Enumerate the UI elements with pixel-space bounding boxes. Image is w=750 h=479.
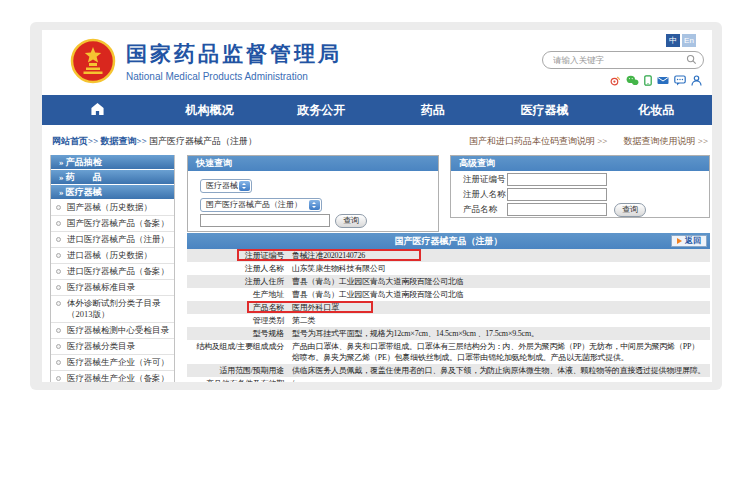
table-row-storage-validity: 产品储存条件及有效期 /	[187, 377, 710, 382]
radio-icon	[56, 237, 61, 242]
site-search	[542, 51, 704, 69]
mail-icon[interactable]	[657, 75, 669, 86]
data-query-help-link[interactable]: 数据查询使用说明 >>	[624, 136, 708, 146]
social-links	[609, 75, 702, 86]
detail-title-bar: 国产医疗器械产品（注册） 返回	[187, 233, 710, 249]
radio-icon	[56, 376, 61, 381]
lang-cn-button[interactable]: 中	[666, 34, 680, 47]
sidebar-item-imported-device-registered[interactable]: 进口医疗器械产品（注册）	[51, 232, 174, 248]
nav-item-drugs[interactable]: 药品	[377, 102, 489, 119]
sidebar-item-domestic-device-filed[interactable]: 国产医疗器械产品（备案）	[51, 216, 174, 232]
quick-keyword-input[interactable]	[200, 214, 330, 227]
quick-search-title: 快速查询	[188, 156, 438, 171]
table-row-structure-composition: 结构及组成/主要组成成分 产品由口罩体、鼻夹和口罩带组成。口罩体有三层结构分为：…	[187, 340, 710, 364]
radio-icon	[56, 285, 61, 290]
sidebar: 产品抽检 药 品 医疗器械 国产医疗器械产品（注册） 国产器械（历史数据） 国产…	[50, 155, 175, 382]
breadcrumb-bar: 网站首页>> 数据查询>> 国产医疗器械产品（注册） 国产和进口药品本位码查询说…	[42, 125, 712, 155]
site-logo-text: 国家药品监督管理局 National Medical Products Admi…	[126, 40, 342, 82]
screenshot-panel: 国家药品监督管理局 National Medical Products Admi…	[30, 22, 722, 390]
nav-item-gov-affairs[interactable]: 政务公开	[265, 102, 377, 119]
lang-en-button[interactable]: En	[682, 34, 696, 47]
breadcrumb-data-query[interactable]: 数据查询>>	[101, 136, 147, 146]
advanced-search-button[interactable]: 查询	[614, 203, 646, 217]
detail-panel: 国产医疗器械产品（注册） 返回 注册证编号 鲁械注准20202140726 注册…	[187, 233, 710, 382]
sidebar-section-drugs[interactable]: 药 品	[51, 170, 174, 185]
detail-title: 国产医疗器械产品（注册）	[395, 236, 503, 246]
sidebar-item-ivd-classification-catalog[interactable]: 体外诊断试剂分类子目录（2013版）	[51, 296, 174, 323]
radio-icon	[56, 360, 61, 365]
breadcrumb-current: 国产医疗器械产品（注册）	[149, 136, 257, 146]
search-icon[interactable]	[686, 51, 697, 69]
sidebar-item-device-standards-catalog[interactable]: 医疗器械标准目录	[51, 280, 174, 296]
site-header: 国家药品监督管理局 National Medical Products Admi…	[42, 30, 712, 95]
product-name-input[interactable]	[507, 203, 607, 216]
radio-icon	[56, 253, 61, 258]
radio-icon	[56, 301, 61, 306]
product-name-label: 产品名称	[463, 204, 497, 216]
nav-item-cosmetics[interactable]: 化妆品	[600, 102, 712, 119]
nav-item-organization[interactable]: 机构概况	[154, 102, 266, 119]
breadcrumb-home[interactable]: 网站首页>>	[52, 136, 98, 146]
main-nav: 机构概况 政务公开 药品 医疗器械 化妆品	[42, 95, 712, 125]
sidebar-item-imported-device-filed[interactable]: 进口医疗器械产品（备案）	[51, 264, 174, 280]
advanced-search-panel: 高级查询 注册证编号 注册人名称 产品名称 查询	[450, 155, 710, 218]
weibo-icon[interactable]	[609, 75, 621, 86]
sidebar-item-domestic-device-history[interactable]: 国产器械（历史数据）	[51, 200, 174, 216]
nav-home[interactable]	[42, 102, 154, 119]
home-icon	[90, 102, 105, 119]
breadcrumb: 网站首页>> 数据查询>> 国产医疗器械产品（注册）	[52, 135, 257, 148]
nav-item-medical-devices[interactable]: 医疗器械	[489, 102, 601, 119]
table-row-registrant-name: 注册人名称 山东笑康生物科技有限公司	[187, 262, 710, 275]
back-button[interactable]: 返回	[671, 235, 707, 247]
sidebar-item-manufacturer-licensed[interactable]: 医疗器械生产企业（许可）	[51, 355, 174, 371]
language-switch: 中 En	[666, 34, 696, 47]
category-select[interactable]: 医疗器械	[200, 179, 252, 193]
radio-icon	[56, 205, 61, 210]
barcode-query-help-link[interactable]: 国产和进口药品本位码查询说明 >>	[469, 136, 607, 146]
mobile-icon[interactable]	[644, 75, 652, 86]
sidebar-section-product-sampling[interactable]: 产品抽检	[51, 155, 174, 170]
user-icon[interactable]	[691, 75, 702, 86]
quick-search-button[interactable]: 查询	[335, 214, 367, 228]
sidebar-section-medical-devices[interactable]: 医疗器械	[51, 185, 174, 200]
national-emblem-icon	[70, 38, 116, 88]
radio-icon	[56, 344, 61, 349]
radio-icon	[56, 269, 61, 274]
table-row-product-name: 产品名称 医用外科口罩	[187, 301, 710, 314]
table-row-model-spec: 型号规格 型号为耳挂式平面型，规格为12cm×7cm、14.5cm×9cm 、1…	[187, 327, 710, 340]
radio-icon	[56, 221, 61, 226]
sidebar-item-manufacturer-filed[interactable]: 医疗器械生产企业（备案）	[51, 371, 174, 382]
quick-search-panel: 快速查询 医疗器械 国产医疗器械产品（注册） 查询	[187, 155, 439, 232]
table-row-production-address: 生产地址 曹县（青岛）工业园区青岛大道南段百隆公司北临	[187, 288, 710, 301]
sidebar-item-testing-center-catalog[interactable]: 医疗器械检测中心受检目录	[51, 323, 174, 339]
help-links: 国产和进口药品本位码查询说明 >> 数据查询使用说明 >>	[455, 135, 708, 148]
sidebar-item-imported-device-history[interactable]: 进口器械（历史数据）	[51, 248, 174, 264]
advanced-search-title: 高级查询	[451, 156, 709, 171]
site-title: 国家药品监督管理局	[126, 40, 342, 68]
site-subtitle: National Medical Products Administration	[126, 71, 342, 82]
subcategory-select[interactable]: 国产医疗器械产品（注册）	[200, 198, 322, 212]
sidebar-item-device-classification-catalog[interactable]: 医疗器械分类目录	[51, 339, 174, 355]
registrant-name-input[interactable]	[507, 188, 607, 201]
back-arrow-icon	[677, 238, 682, 244]
table-row-registration-no: 注册证编号 鲁械注准20202140726	[187, 249, 710, 262]
website-window: 国家药品监督管理局 National Medical Products Admi…	[42, 30, 712, 382]
select-stepper-icon	[309, 200, 320, 210]
table-row-management-category: 管理类别 第二类	[187, 314, 710, 327]
message-icon[interactable]	[674, 75, 686, 86]
reg-no-label: 注册证编号	[463, 174, 506, 186]
radio-icon	[56, 328, 61, 333]
table-row-intended-use: 适用范围/预期用途 供临床医务人员佩戴，覆盖住使用者的口、鼻及下颌，为防止病原体…	[187, 364, 710, 377]
table-row-registrant-address: 注册人住所 曹县（青岛）工业园区青岛大道南段百隆公司北临	[187, 275, 710, 288]
search-input[interactable]	[543, 55, 686, 65]
wechat-icon[interactable]	[626, 75, 639, 86]
select-stepper-icon	[239, 181, 250, 191]
reg-no-input[interactable]	[507, 173, 607, 186]
registrant-name-label: 注册人名称	[463, 189, 506, 201]
